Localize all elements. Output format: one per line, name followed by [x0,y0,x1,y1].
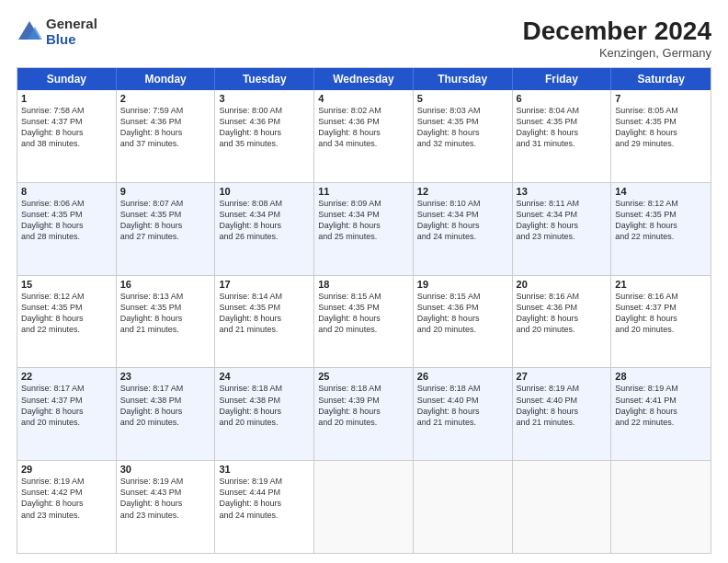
cell-line: Sunset: 4:34 PM [517,209,608,220]
day-number: 22 [21,371,112,382]
day-number: 29 [21,464,112,475]
cell-line: Sunset: 4:36 PM [219,116,310,127]
day-number: 28 [615,371,707,382]
day-number: 19 [417,279,508,290]
cell-line: Sunset: 4:36 PM [318,116,409,127]
cell-line: Daylight: 8 hours [318,127,409,138]
day-number: 27 [517,371,608,382]
day-cell-24: 24Sunrise: 8:18 AMSunset: 4:38 PMDayligh… [215,368,314,460]
day-cell-26: 26Sunrise: 8:18 AMSunset: 4:40 PMDayligh… [414,368,513,460]
cell-line: Sunset: 4:44 PM [219,487,310,498]
header-day-tuesday: Tuesday [215,68,314,90]
cell-line: Sunset: 4:35 PM [219,302,310,313]
day-cell-25: 25Sunrise: 8:18 AMSunset: 4:39 PMDayligh… [314,368,414,460]
cell-line: Sunset: 4:35 PM [120,302,211,313]
logo: General Blue [17,17,97,47]
day-cell-23: 23Sunrise: 8:17 AMSunset: 4:38 PMDayligh… [117,368,216,460]
day-cell-11: 11Sunrise: 8:09 AMSunset: 4:34 PMDayligh… [314,183,414,275]
cell-line: Sunrise: 7:58 AM [21,105,112,116]
cell-line: Sunset: 4:40 PM [417,395,508,406]
cell-line: Sunrise: 8:19 AM [120,476,211,487]
day-number: 5 [417,93,508,104]
cell-line: and 34 minutes. [318,138,409,149]
day-number: 1 [21,93,112,104]
cell-line: Sunset: 4:34 PM [219,209,310,220]
cell-line: Daylight: 8 hours [615,220,707,231]
cell-line: Sunrise: 8:11 AM [517,198,608,209]
cell-line: Sunrise: 8:13 AM [120,291,211,302]
day-cell-13: 13Sunrise: 8:11 AMSunset: 4:34 PMDayligh… [513,183,612,275]
cell-line: Sunrise: 8:09 AM [318,198,409,209]
cell-line: and 25 minutes. [318,231,409,242]
day-cell-14: 14Sunrise: 8:12 AMSunset: 4:35 PMDayligh… [611,183,711,275]
cell-line: and 21 minutes. [219,324,310,335]
cell-line: Daylight: 8 hours [120,498,211,509]
day-cell-28: 28Sunrise: 8:19 AMSunset: 4:41 PMDayligh… [611,368,711,460]
day-cell-15: 15Sunrise: 8:12 AMSunset: 4:35 PMDayligh… [17,276,117,368]
cell-line: Sunset: 4:35 PM [417,116,508,127]
cell-line: Sunrise: 8:19 AM [615,383,707,394]
cell-line: Sunrise: 8:17 AM [120,383,211,394]
day-cell-20: 20Sunrise: 8:16 AMSunset: 4:36 PMDayligh… [513,276,612,368]
cell-line: Sunset: 4:36 PM [417,302,508,313]
day-cell-29: 29Sunrise: 8:19 AMSunset: 4:42 PMDayligh… [17,461,117,553]
calendar-row-0: 1Sunrise: 7:58 AMSunset: 4:37 PMDaylight… [17,90,711,182]
cell-line: and 23 minutes. [21,510,112,521]
cell-line: Daylight: 8 hours [120,406,211,417]
day-cell-1: 1Sunrise: 7:58 AMSunset: 4:37 PMDaylight… [17,90,117,182]
header-day-thursday: Thursday [414,68,513,90]
cell-line: and 23 minutes. [517,231,608,242]
day-number: 2 [120,93,211,104]
cell-line: Daylight: 8 hours [517,406,608,417]
cell-line: Sunset: 4:34 PM [318,209,409,220]
day-cell-2: 2Sunrise: 7:59 AMSunset: 4:36 PMDaylight… [117,90,216,182]
logo-icon [17,19,42,45]
cell-line: and 32 minutes. [417,138,508,149]
header-day-sunday: Sunday [17,68,117,90]
day-cell-30: 30Sunrise: 8:19 AMSunset: 4:43 PMDayligh… [117,461,216,553]
cell-line: Sunset: 4:38 PM [120,395,211,406]
cell-line: Sunset: 4:35 PM [120,209,211,220]
cell-line: Sunset: 4:37 PM [21,116,112,127]
cell-line: Daylight: 8 hours [318,220,409,231]
cell-line: and 26 minutes. [219,231,310,242]
day-number: 20 [517,279,608,290]
day-number: 12 [417,186,508,197]
cell-line: Daylight: 8 hours [120,127,211,138]
cell-line: Sunrise: 8:07 AM [120,198,211,209]
day-number: 10 [219,186,310,197]
day-number: 7 [615,93,707,104]
day-number: 26 [417,371,508,382]
day-number: 3 [219,93,310,104]
day-cell-18: 18Sunrise: 8:15 AMSunset: 4:35 PMDayligh… [314,276,414,368]
cell-line: Sunset: 4:35 PM [615,116,707,127]
cell-line: Sunrise: 8:19 AM [219,476,310,487]
cell-line: Daylight: 8 hours [517,220,608,231]
cell-line: Daylight: 8 hours [318,313,409,324]
cell-line: Daylight: 8 hours [517,313,608,324]
cell-line: and 20 minutes. [21,417,112,428]
cell-line: Sunset: 4:34 PM [417,209,508,220]
cell-line: and 20 minutes. [615,324,707,335]
header-day-friday: Friday [513,68,612,90]
cell-line: and 23 minutes. [120,510,211,521]
cell-line: and 20 minutes. [318,417,409,428]
day-cell-31: 31Sunrise: 8:19 AMSunset: 4:44 PMDayligh… [215,461,314,553]
day-cell-8: 8Sunrise: 8:06 AMSunset: 4:35 PMDaylight… [17,183,117,275]
cell-line: Sunset: 4:43 PM [120,487,211,498]
cell-line: Sunset: 4:39 PM [318,395,409,406]
header-day-saturday: Saturday [611,68,711,90]
cell-line: and 20 minutes. [417,324,508,335]
cell-line: Sunrise: 8:03 AM [417,105,508,116]
day-number: 11 [318,186,409,197]
cell-line: Daylight: 8 hours [417,127,508,138]
month-title: December 2024 [523,17,711,46]
header: General Blue December 2024 Kenzingen, Ge… [17,17,711,60]
day-cell-4: 4Sunrise: 8:02 AMSunset: 4:36 PMDaylight… [314,90,414,182]
cell-line: and 20 minutes. [517,324,608,335]
cell-line: Sunrise: 8:18 AM [417,383,508,394]
cell-line: Sunrise: 8:18 AM [219,383,310,394]
cell-line: Daylight: 8 hours [417,220,508,231]
day-number: 13 [517,186,608,197]
empty-cell-4-3 [314,461,414,553]
